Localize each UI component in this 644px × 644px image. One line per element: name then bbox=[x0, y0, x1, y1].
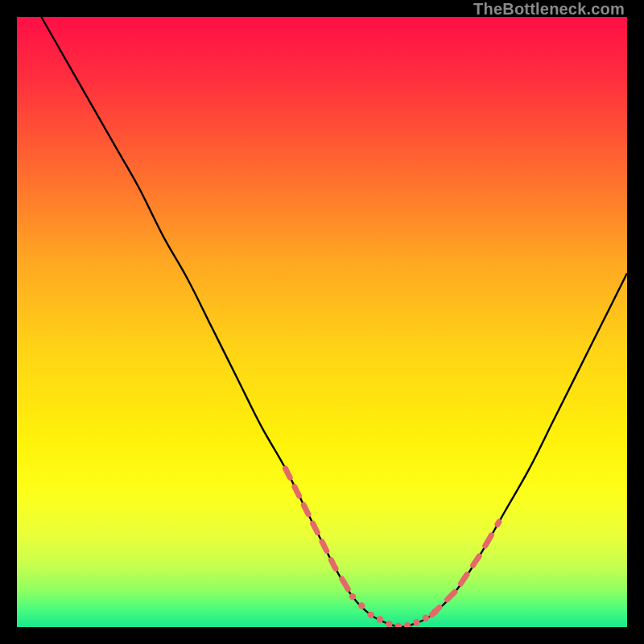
trough-dot bbox=[431, 609, 438, 615]
watermark-text: TheBottleneck.com bbox=[473, 0, 625, 19]
trough-dot bbox=[423, 614, 429, 621]
gradient-background bbox=[17, 17, 627, 627]
trough-dot bbox=[413, 619, 419, 625]
bottleneck-chart bbox=[17, 17, 627, 627]
chart-frame bbox=[17, 17, 627, 627]
trough-dot bbox=[377, 616, 383, 622]
trough-dot bbox=[367, 612, 374, 618]
trough-dot bbox=[358, 602, 365, 609]
trough-dot bbox=[349, 593, 356, 600]
